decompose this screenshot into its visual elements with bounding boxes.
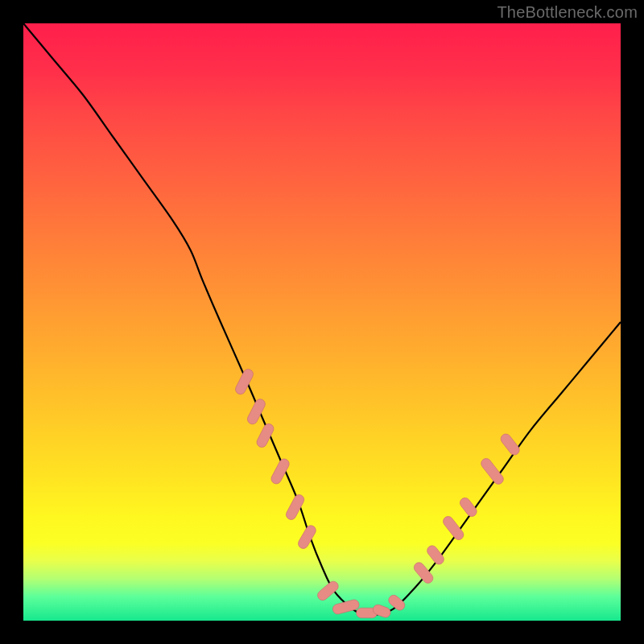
watermark-text: TheBottleneck.com	[497, 3, 638, 22]
curve-marker	[332, 599, 360, 616]
curve-markers	[233, 368, 521, 619]
curve-marker	[255, 422, 275, 448]
curve-marker	[412, 560, 436, 585]
curve-marker	[425, 543, 446, 566]
chart-frame: TheBottleneck.com	[0, 0, 644, 644]
plot-area	[23, 23, 621, 621]
chart-svg	[23, 23, 621, 621]
curve-marker	[499, 432, 522, 457]
curve-marker	[270, 457, 291, 485]
curve-marker	[284, 493, 306, 521]
curve-marker	[316, 580, 341, 603]
bottleneck-curve	[23, 23, 621, 616]
